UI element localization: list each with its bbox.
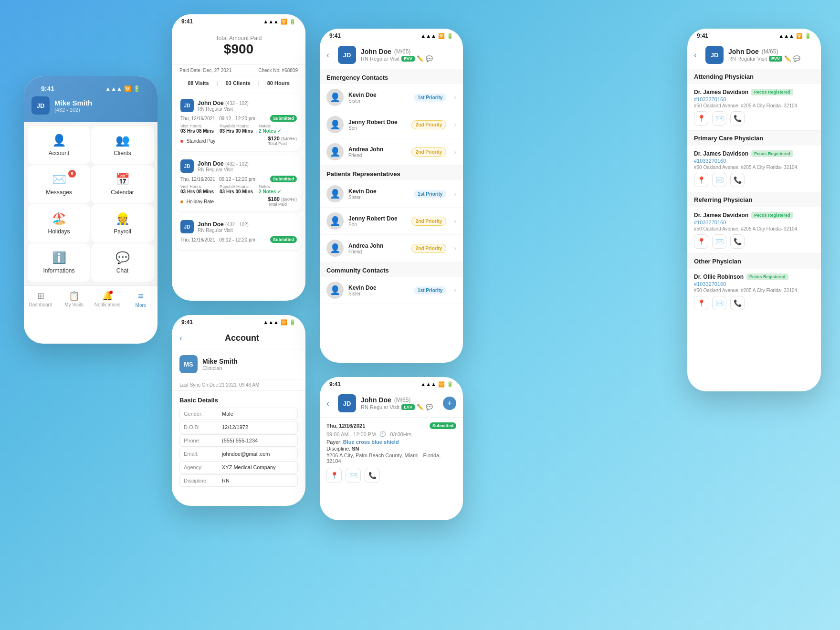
primary-actions: 📍 ✉️ 📞 [694,173,814,187]
menu-item-clients[interactable]: 👥 Clients [91,126,154,164]
payroll-label: Payroll [114,228,131,235]
visit-info-3: John Doe (432 - 102) RN Regular Visit [198,221,249,233]
contact-kevin-community: 👤 Kevin Doe Sister 1st Priority › [320,277,463,304]
contact-jenny-rep: 👤 Jenny Robert Doe Son 2nd Priority › [320,208,463,235]
account-title: Account [186,333,298,343]
menu-item-calendar[interactable]: 📅 Calendar [91,165,154,203]
location-btn[interactable]: 📍 [326,468,342,483]
referring-physician: Dr. James Davidson Pecos Registered #103… [687,207,821,254]
account-user-info: Mike Smith Clinician [202,357,238,371]
visit-date-1: Thu, 12/16/2021 09:12 - 12:20 pm [180,116,255,121]
add-button-5[interactable]: + [443,397,456,410]
andrea-name-rep: Andrea John [348,242,407,249]
more-icon: ≡ [138,291,144,302]
phone-btn-attending[interactable]: 📞 [730,111,745,126]
account-user-role: Clinician [202,365,238,371]
menu-item-payroll[interactable]: 👷 Payroll [91,204,154,242]
attending-name: Dr. James Davidson [694,89,748,95]
wifi-icon: 🛜 [124,85,131,92]
visit-avatar-3: JD [180,220,194,233]
other-name: Dr. Ollie Robinson [694,273,744,280]
back-btn-6[interactable]: ‹ [694,50,697,60]
profile-info: Mike Smith (432 - 102) [54,99,92,113]
back-button[interactable]: ‹ [179,333,182,343]
visit-header-3: JD John Doe (432 - 102) RN Regular Visit [180,220,297,233]
bottom-nav: ⊞ Dashboard 📋 My Visits 🔔 Notifications … [24,285,158,313]
location-btn-attending[interactable]: 📍 [694,111,708,126]
email-btn-referring[interactable]: ✉️ [712,234,726,249]
signal-icon-5: ▲▲▲ [420,381,436,387]
andrea-rel-rep: Friend [348,249,407,254]
phone-btn-5[interactable]: 📞 [365,468,380,483]
jenny-avatar-rep: 👤 [326,212,344,230]
menu-item-informations[interactable]: ℹ️ Informations [28,243,90,282]
attending-pecos: Pecos Registered [751,89,793,95]
phone4-header: ‹ JD John Doe (M/65) RN Regular Visit EV… [320,41,463,69]
location-btn-primary[interactable]: 📍 [694,173,708,187]
chevron-jenny-em[interactable]: › [454,121,456,128]
jenny-info-rep: Jenny Robert Doe Son [348,215,407,227]
email-btn-5[interactable]: ✉️ [346,468,361,483]
agency-row: Agency: XYZ Medical Company [179,461,298,473]
kevin-avatar-rep: 👤 [326,185,344,202]
nav-notifications[interactable]: 🔔 Notifications [91,289,124,310]
phone-btn-referring[interactable]: 📞 [730,234,745,249]
phone-btn-primary[interactable]: 📞 [730,173,745,187]
signal-icon-4: ▲▲▲ [420,33,436,39]
kevin-info-comm: Kevin Doe Sister [348,284,409,296]
chevron-andrea-rep[interactable]: › [454,244,456,252]
visit-pay-row-2: Holiday Rate $180 ($60/Hr) Total Paid [180,196,297,207]
email-btn-primary[interactable]: ✉️ [712,173,726,187]
wifi-icon-3: 🛜 [281,319,287,326]
back-btn-4[interactable]: ‹ [326,50,329,60]
calendar-label: Calendar [111,189,134,196]
dob-row: D.O.B: 12/12/1972 [179,421,298,433]
status-bar-3: 9:41 ▲▲▲ 🛜 🔋 [172,315,305,327]
chevron-jenny-rep[interactable]: › [454,217,456,225]
basic-details-title: Basic Details [179,397,298,404]
chevron-kevin-rep[interactable]: › [454,190,456,198]
phone-btn-other[interactable]: 📞 [730,296,745,310]
more-nav-label: More [136,303,147,308]
back-btn-5[interactable]: ‹ [326,399,329,409]
my-visits-icon: 📋 [69,291,79,301]
menu-item-holidays[interactable]: 🏖️ Holidays [28,204,90,242]
chevron-kevin-em[interactable]: › [454,94,456,101]
phone-main-menu: 9:41 ▲▲▲ 🛜 🔋 JD Mike Smith (432 - 102) 👤… [24,76,158,344]
kevin-avatar-em: 👤 [326,89,344,106]
status-icons-4: ▲▲▲ 🛜 🔋 [420,33,453,39]
message-icon-4: 💬 [426,55,433,62]
visit-detail-discipline: Discipline: SN [326,446,456,452]
avatar: JD [32,96,50,115]
phone6-header: ‹ JD John Doe (M/65) RN Regular Visit EV… [687,41,821,69]
holidays-label: Holidays [48,228,70,235]
phone-visit-detail: 9:41 ▲▲▲ 🛜 🔋 ‹ JD John Doe (M/65) RN Reg… [320,377,463,520]
nav-more[interactable]: ≡ More [124,289,158,310]
paid-date: Paid Date: Dec, 27 2021 [179,68,231,73]
email-btn-other[interactable]: ✉️ [712,296,726,310]
kevin-info-rep: Kevin Doe Sister [348,188,409,200]
chevron-andrea-em[interactable]: › [454,148,456,156]
evv-badge-4: EVV [401,56,415,62]
location-btn-other[interactable]: 📍 [694,296,708,310]
menu-item-messages[interactable]: ✉️ 5 Messages [28,165,90,203]
wifi-icon-5: 🛜 [438,381,445,388]
kevin-name-comm: Kevin Doe [348,284,409,291]
chevron-kevin-comm[interactable]: › [454,286,456,294]
status-bar-6: 9:41 ▲▲▲ 🛜 🔋 [687,29,821,41]
patient-age-4: (M/65) [394,48,411,55]
location-btn-referring[interactable]: 📍 [694,234,708,249]
contact-andrea-rep: 👤 Andrea John Friend 2nd Priority › [320,235,463,262]
evv-badge-5: EVV [401,404,415,410]
submitted-badge-2: Submitted [270,176,297,182]
edit-icon-5: ✏️ [417,404,424,410]
nav-my-visits[interactable]: 📋 My Visits [57,289,91,310]
email-btn-attending[interactable]: ✉️ [712,111,726,126]
visit-hours-labels-1: Visit Hours:03 Hrs 08 Mins Payable Hours… [180,124,297,134]
visit-type-1: RN Regular Visit [198,106,249,112]
menu-item-chat[interactable]: 💬 Chat [91,243,154,282]
primary-physician: Dr. James Davidson Pecos Registered #103… [687,146,821,192]
nav-dashboard[interactable]: ⊞ Dashboard [24,289,57,310]
menu-item-account[interactable]: 👤 Account [28,126,90,164]
patient-avatar-5: JD [338,394,356,412]
